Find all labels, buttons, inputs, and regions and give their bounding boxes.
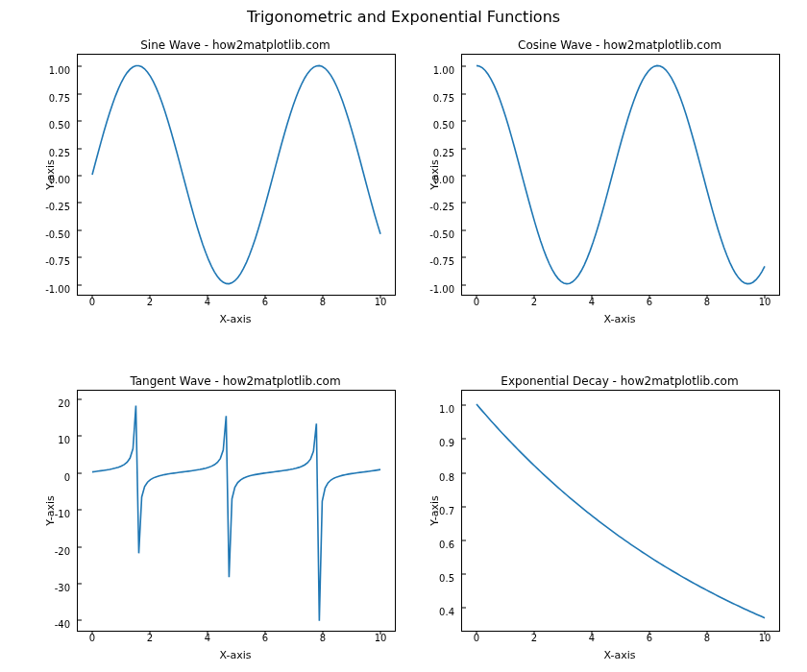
x-axis-label: X-axis	[461, 649, 778, 661]
plot-area: Y-axis0.40.50.60.70.80.91.00246810	[461, 390, 780, 632]
y-tick-label: 0.75	[49, 92, 70, 103]
x-tick-label: 10	[375, 633, 387, 643]
y-tick-label: -20	[55, 545, 70, 556]
plot-area: Y-axis-1.00-0.75-0.50-0.250.000.250.500.…	[461, 54, 780, 296]
y-tick-label: 20	[58, 397, 70, 408]
y-tick-label: 0.6	[439, 539, 454, 549]
x-ticks: 0246810	[462, 295, 779, 310]
subplot-title: Sine Wave - how2matplotlib.com	[77, 38, 394, 52]
plot-area: Y-axis-40-30-20-10010200246810	[77, 390, 396, 632]
y-tick-label: 0.4	[439, 607, 454, 617]
y-tick-label: 0.00	[49, 175, 70, 185]
subplot-0: Sine Wave - how2matplotlib.comY-axis-1.0…	[77, 38, 394, 325]
x-tick-label: 4	[205, 297, 210, 307]
subplot-title: Tangent Wave - how2matplotlib.com	[77, 374, 394, 388]
x-tick-label: 2	[147, 297, 153, 307]
y-tick-label: 1.0	[439, 404, 454, 415]
x-tick-label: 6	[647, 633, 652, 643]
y-tick-label: 0.5	[439, 573, 454, 584]
y-tick-label: -0.25	[45, 202, 70, 212]
y-tick-label: 0.50	[49, 120, 70, 131]
y-tick-label: -40	[55, 619, 70, 630]
x-tick-label: 4	[205, 633, 210, 643]
figure: Trigonometric and Exponential Functions …	[0, 0, 807, 672]
x-tick-label: 8	[320, 297, 326, 307]
y-tick-label: 0.50	[433, 120, 454, 131]
x-axis-label: X-axis	[77, 313, 394, 325]
plot-area: Y-axis-1.00-0.75-0.50-0.250.000.250.500.…	[77, 54, 396, 296]
y-tick-label: 10	[58, 435, 70, 445]
y-tick-label: 0.00	[433, 175, 454, 185]
y-ticks: 0.40.50.60.70.80.91.0	[424, 391, 458, 631]
y-tick-label: 0.9	[439, 438, 454, 448]
y-tick-label: 0	[64, 471, 70, 482]
y-tick-label: 0.25	[49, 147, 70, 157]
y-tick-label: 1.00	[49, 65, 70, 76]
x-tick-label: 8	[704, 633, 710, 643]
subplot-1: Cosine Wave - how2matplotlib.comY-axis-1…	[461, 38, 778, 325]
x-ticks: 0246810	[78, 631, 395, 646]
x-axis-label: X-axis	[77, 649, 394, 661]
subplot-title: Exponential Decay - how2matplotlib.com	[461, 374, 778, 388]
x-tick-label: 10	[375, 297, 387, 307]
subplot-2: Tangent Wave - how2matplotlib.comY-axis-…	[77, 374, 394, 661]
y-tick-label: -1.00	[429, 283, 454, 294]
subplot-3: Exponential Decay - how2matplotlib.comY-…	[461, 374, 778, 661]
figure-suptitle: Trigonometric and Exponential Functions	[0, 8, 807, 26]
y-tick-label: 0.75	[433, 92, 454, 103]
x-tick-label: 6	[262, 297, 268, 307]
y-tick-label: -1.00	[45, 283, 70, 294]
y-tick-label: 0.7	[439, 505, 454, 516]
y-ticks: -1.00-0.75-0.50-0.250.000.250.500.751.00	[424, 55, 458, 295]
y-tick-label: -0.50	[45, 228, 70, 239]
y-tick-label: -0.75	[429, 256, 454, 267]
y-tick-label: -10	[55, 509, 70, 519]
y-tick-label: 1.00	[433, 65, 454, 76]
line-series	[78, 391, 395, 631]
line-series	[462, 391, 779, 631]
y-ticks: -1.00-0.75-0.50-0.250.000.250.500.751.00	[39, 55, 74, 295]
y-tick-label: -0.75	[45, 256, 70, 267]
line-series	[462, 55, 779, 295]
x-tick-label: 0	[474, 633, 479, 643]
x-ticks: 0246810	[462, 631, 779, 646]
y-tick-label: 0.25	[433, 147, 454, 157]
x-tick-label: 4	[589, 633, 595, 643]
x-tick-label: 6	[647, 297, 652, 307]
x-tick-label: 8	[704, 297, 710, 307]
y-tick-label: -0.25	[429, 202, 454, 212]
x-tick-label: 10	[759, 633, 771, 643]
subplot-title: Cosine Wave - how2matplotlib.com	[461, 38, 778, 52]
x-tick-label: 0	[474, 297, 479, 307]
x-axis-label: X-axis	[461, 313, 778, 325]
x-tick-label: 8	[320, 633, 326, 643]
y-tick-label: 0.8	[439, 471, 454, 482]
y-ticks: -40-30-20-1001020	[39, 391, 74, 631]
y-tick-label: -30	[55, 583, 70, 593]
x-tick-label: 2	[531, 633, 537, 643]
x-tick-label: 4	[589, 297, 595, 307]
x-tick-label: 10	[759, 297, 771, 307]
x-tick-label: 2	[147, 633, 153, 643]
x-tick-label: 0	[89, 633, 95, 643]
line-series	[78, 55, 395, 295]
x-tick-label: 0	[89, 297, 95, 307]
x-ticks: 0246810	[78, 295, 395, 310]
x-tick-label: 2	[531, 297, 537, 307]
y-tick-label: -0.50	[429, 228, 454, 239]
x-tick-label: 6	[262, 633, 268, 643]
